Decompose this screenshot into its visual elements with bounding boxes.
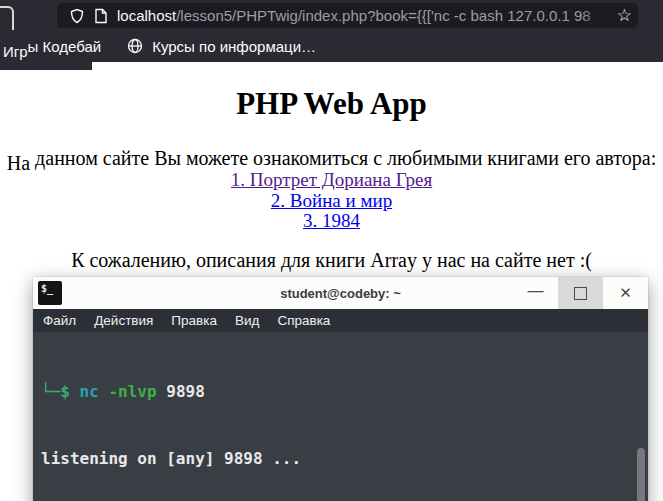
bookmark-item-codeby[interactable]: Игры Кодебай bbox=[3, 38, 101, 55]
book-list: 1. Портрет Дориана Грея 2. Война и мир 3… bbox=[0, 170, 663, 232]
close-icon: ✕ bbox=[619, 284, 632, 302]
bookmark-star-icon[interactable]: ☆ bbox=[617, 3, 632, 28]
menu-help[interactable]: Справка bbox=[268, 313, 339, 328]
window-controls: — ✕ bbox=[513, 277, 648, 309]
close-button[interactable]: ✕ bbox=[603, 277, 648, 309]
browser-toolbar: localhost/lesson5/PHPTwig/index.php?book… bbox=[0, 0, 663, 30]
intro-rest: данном сайте Вы можете ознакомиться с лю… bbox=[30, 147, 656, 169]
menu-edit[interactable]: Правка bbox=[162, 313, 226, 328]
bookmark-item-courses[interactable]: Курсы по информаци… bbox=[127, 38, 316, 55]
terminal-titlebar[interactable]: $_ student@codeby: ~ — ✕ bbox=[33, 277, 648, 309]
menu-actions[interactable]: Действия bbox=[85, 313, 162, 328]
book-link-3[interactable]: 3. 1984 bbox=[0, 211, 663, 232]
menu-file[interactable]: Файл bbox=[33, 313, 85, 328]
bookmarks-bar: Игры Кодебай Курсы по информаци… bbox=[0, 30, 663, 62]
bookmark-label-rest: ы Кодебай bbox=[28, 38, 102, 55]
command-arg: 9898 bbox=[166, 382, 205, 401]
intro-text: На данном сайте Вы можете ознакомиться с… bbox=[0, 148, 663, 169]
address-bar[interactable]: localhost/lesson5/PHPTwig/index.php?book… bbox=[57, 3, 638, 28]
bookmark-label-prefix: Игр bbox=[3, 43, 28, 60]
no-description-text: К сожалению, описания для книги Array у … bbox=[0, 249, 663, 272]
url-host: localhost bbox=[117, 7, 176, 24]
terminal-output[interactable]: └─$ nc -nlvp 9898 listening on [any] 989… bbox=[33, 332, 648, 501]
terminal-menubar: Файл Действия Правка Вид Справка bbox=[33, 309, 648, 332]
bookmark-label: Курсы по информаци… bbox=[152, 38, 316, 55]
prompt-symbol: └─$ bbox=[41, 382, 70, 401]
terminal-scrollbar-thumb[interactable] bbox=[637, 448, 645, 501]
command-flags: -nlvp bbox=[108, 382, 156, 401]
page-title: PHP Web App bbox=[0, 87, 663, 121]
url-path: /lesson5/PHPTwig/index.php?book={{['nc -… bbox=[176, 7, 590, 24]
page-info-icon[interactable] bbox=[94, 8, 108, 24]
menu-view[interactable]: Вид bbox=[226, 313, 268, 328]
book-link-1[interactable]: 1. Портрет Дориана Грея bbox=[0, 170, 663, 191]
maximize-button[interactable] bbox=[558, 277, 603, 309]
globe-icon bbox=[127, 38, 143, 54]
intro-prefix: На bbox=[7, 152, 30, 174]
terminal-window: $_ student@codeby: ~ — ✕ Файл Действия П… bbox=[33, 277, 648, 501]
command: nc bbox=[80, 382, 99, 401]
prompt-line: └─$ nc -nlvp 9898 bbox=[41, 381, 648, 403]
output-line: listening on [any] 9898 ... bbox=[41, 448, 648, 470]
maximize-icon bbox=[574, 287, 587, 300]
url-text[interactable]: localhost/lesson5/PHPTwig/index.php?book… bbox=[117, 3, 611, 28]
shield-icon[interactable] bbox=[69, 8, 85, 24]
minimize-button[interactable]: — bbox=[513, 277, 558, 309]
web-page: PHP Web App На данном сайте Вы можете оз… bbox=[0, 62, 663, 272]
book-link-2[interactable]: 2. Война и мир bbox=[0, 191, 663, 212]
minimize-icon: — bbox=[528, 282, 544, 300]
